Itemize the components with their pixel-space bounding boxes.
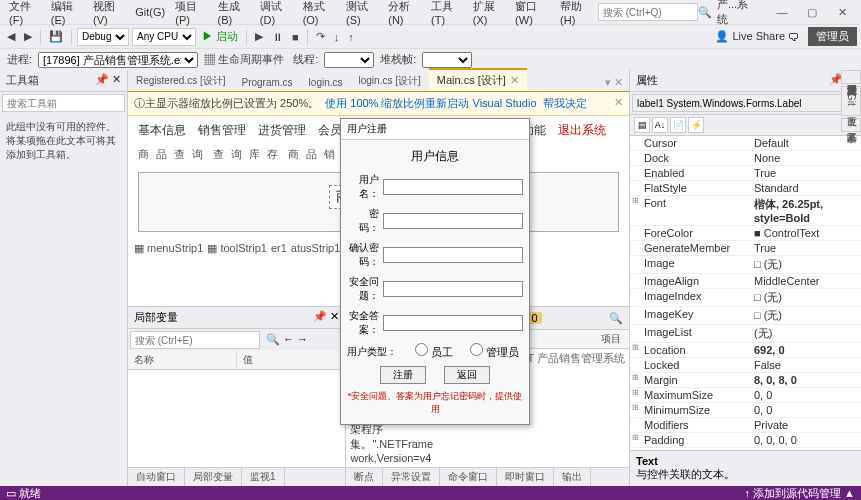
infobar-close-icon[interactable]: ✕ bbox=[614, 96, 623, 111]
menu-build[interactable]: 生成(B) bbox=[213, 0, 255, 28]
menu-view[interactable]: 视图(V) bbox=[88, 0, 130, 28]
col-value[interactable]: 值 bbox=[237, 351, 346, 369]
fm-exit[interactable]: 退出系统 bbox=[558, 122, 606, 139]
maximize-icon[interactable]: ▢ bbox=[797, 6, 827, 19]
menu-ext[interactable]: 扩展(X) bbox=[468, 0, 510, 28]
global-search[interactable]: 🔍 bbox=[598, 3, 712, 21]
bt-exc[interactable]: 异常设置 bbox=[383, 468, 440, 486]
prop-row[interactable]: ModifiersPrivate bbox=[630, 418, 861, 433]
prop-row[interactable]: ImageList(无) bbox=[630, 325, 861, 343]
fm-sales[interactable]: 销售管理 bbox=[198, 122, 246, 139]
btn-back[interactable]: 返回 bbox=[444, 366, 490, 384]
radio-emp[interactable]: 员工 bbox=[401, 343, 457, 360]
radio-admin[interactable]: 管理员 bbox=[467, 343, 523, 360]
prop-row[interactable]: ImageAlignMiddleCenter bbox=[630, 274, 861, 289]
process-select[interactable]: [17896] 产品销售管理系统.exe bbox=[38, 52, 198, 68]
search-icon[interactable]: 🔍 bbox=[609, 312, 623, 325]
toolbox-search[interactable] bbox=[2, 94, 125, 112]
menu-window[interactable]: 窗口(W) bbox=[510, 0, 555, 28]
input-user[interactable] bbox=[383, 179, 523, 195]
tab-main[interactable]: Main.cs [设计]✕ bbox=[429, 68, 527, 91]
prop-row[interactable]: ImageIndex□ (无) bbox=[630, 289, 861, 307]
menu-tools[interactable]: 工具(T) bbox=[426, 0, 468, 28]
prop-row[interactable]: ⊞Font楷体, 26.25pt, style=Bold bbox=[630, 196, 861, 226]
minimize-icon[interactable]: — bbox=[767, 6, 797, 19]
prop-row[interactable]: GenerateMemberTrue bbox=[630, 241, 861, 256]
prop-row[interactable]: ⊞Margin8, 0, 8, 0 bbox=[630, 373, 861, 388]
sidetab-solution[interactable]: 解决方案资源管理器 bbox=[841, 70, 861, 84]
bt-watch[interactable]: 监视1 bbox=[242, 468, 285, 486]
step-into-icon[interactable]: ↓ bbox=[331, 30, 343, 44]
prop-row[interactable]: ⊞Padding0, 0, 0, 0 bbox=[630, 433, 861, 448]
input-q[interactable] bbox=[383, 281, 523, 297]
infobar-link1[interactable]: 使用 100% 缩放比例重新启动 Visual Studio bbox=[325, 96, 536, 111]
cat-icon[interactable]: ▤ bbox=[634, 117, 650, 133]
locals-search[interactable] bbox=[130, 331, 260, 349]
prop-row[interactable]: Image□ (无) bbox=[630, 256, 861, 274]
prop-row[interactable]: ⊞Location692, 0 bbox=[630, 343, 861, 358]
step-over-icon[interactable]: ↷ bbox=[313, 29, 328, 44]
tab-program[interactable]: Program.cs bbox=[233, 74, 300, 91]
feedback-icon[interactable]: 🗨 bbox=[788, 31, 799, 43]
events-icon[interactable]: ⚡ bbox=[688, 117, 704, 133]
continue-icon[interactable]: ▶ bbox=[252, 29, 266, 44]
ft-stock[interactable]: 查 询 库 存 bbox=[213, 147, 280, 162]
bt-break[interactable]: 断点 bbox=[346, 468, 383, 486]
pause-icon[interactable]: ⏸ bbox=[269, 30, 286, 44]
nav-back-icon[interactable]: ◀ bbox=[4, 29, 18, 44]
input-a[interactable] bbox=[383, 315, 523, 331]
ft-query[interactable]: 商 品 查 询 bbox=[138, 147, 205, 162]
menu-debug[interactable]: 调试(D) bbox=[255, 0, 298, 28]
props-icon[interactable]: 📄 bbox=[670, 117, 686, 133]
input-pwd[interactable] bbox=[383, 213, 523, 229]
prop-row[interactable]: CursorDefault bbox=[630, 136, 861, 151]
sidetab-git[interactable]: Git 更改 bbox=[841, 86, 861, 116]
thread-select[interactable] bbox=[324, 52, 374, 68]
prop-row[interactable]: ⊞MaximumSize0, 0 bbox=[630, 388, 861, 403]
tab-registered[interactable]: Registered.cs [设计] bbox=[128, 71, 233, 91]
input-pwd2[interactable] bbox=[383, 247, 523, 263]
nav-fwd-icon[interactable]: ▶ bbox=[21, 29, 35, 44]
bt-locals[interactable]: 局部变量 bbox=[185, 468, 242, 486]
menu-file[interactable]: 文件(F) bbox=[4, 0, 46, 28]
prop-row[interactable]: ImageKey□ (无) bbox=[630, 307, 861, 325]
bt-auto[interactable]: 自动窗口 bbox=[128, 468, 185, 486]
menu-help[interactable]: 帮助(H) bbox=[555, 0, 598, 28]
tab-login-cs[interactable]: login.cs bbox=[301, 74, 351, 91]
prop-row[interactable]: ⊞MinimumSize0, 0 bbox=[630, 403, 861, 418]
status-git[interactable]: ↑ 添加到源代码管理 ▲ bbox=[745, 486, 856, 501]
fm-stock[interactable]: 进货管理 bbox=[258, 122, 306, 139]
search-icon[interactable]: 🔍 bbox=[698, 6, 712, 19]
platform-select[interactable]: Any CPU bbox=[132, 28, 196, 46]
prop-row[interactable]: ForeColor■ ControlText bbox=[630, 226, 861, 241]
tab-close-icon[interactable]: ✕ bbox=[510, 74, 519, 86]
btn-register[interactable]: 注册 bbox=[380, 366, 426, 384]
step-out-icon[interactable]: ↑ bbox=[345, 30, 357, 44]
tray-menustrip[interactable]: ▦ menuStrip1 bbox=[134, 242, 203, 255]
col-name[interactable]: 名称 bbox=[128, 351, 237, 369]
menu-format[interactable]: 格式(O) bbox=[298, 0, 341, 28]
prop-row[interactable]: LockedFalse bbox=[630, 358, 861, 373]
close-icon[interactable]: ✕ bbox=[827, 6, 857, 19]
config-select[interactable]: Debug bbox=[77, 28, 129, 46]
az-icon[interactable]: A↓ bbox=[652, 117, 668, 133]
lifecycle-btn[interactable]: ▦ 生命周期事件 bbox=[201, 51, 287, 68]
live-share[interactable]: 👤 Live Share bbox=[715, 30, 785, 43]
tray-status[interactable]: atusStrip1 bbox=[291, 242, 341, 255]
bt-cmd[interactable]: 命令窗口 bbox=[440, 468, 497, 486]
pin-icon[interactable]: 📌 ✕ bbox=[95, 73, 121, 88]
prop-row[interactable]: FlatStyleStandard bbox=[630, 181, 861, 196]
menu-test[interactable]: 测试(S) bbox=[341, 0, 383, 28]
props-grid[interactable]: CursorDefaultDockNoneEnabledTrueFlatStyl… bbox=[630, 136, 861, 450]
save-icon[interactable]: 💾 bbox=[46, 29, 66, 44]
infobar-link2[interactable]: 帮我决定 bbox=[543, 96, 587, 111]
tray-toolstrip[interactable]: ▦ toolStrip1 bbox=[207, 242, 267, 255]
menu-git[interactable]: Git(G) bbox=[130, 4, 170, 20]
stack-select[interactable] bbox=[422, 52, 472, 68]
props-selector[interactable]: label1 System.Windows.Forms.Label bbox=[632, 94, 859, 112]
search-input[interactable] bbox=[598, 3, 698, 21]
bt-out[interactable]: 输出 bbox=[554, 468, 591, 486]
start-button[interactable]: ▶ 启动 bbox=[199, 28, 241, 45]
pin-icon[interactable]: 📌 ✕ bbox=[313, 310, 339, 325]
tab-login-design[interactable]: login.cs [设计] bbox=[351, 71, 429, 91]
